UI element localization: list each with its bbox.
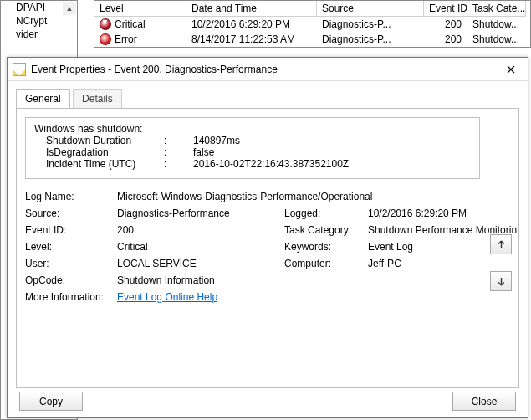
title-bar[interactable]: Event Properties - Event 200, Diagnostic… [8,58,528,81]
event-list: Level Date and Time Source Event ID Task… [94,0,531,48]
label-level: Level: [25,241,117,253]
value-level: Critical [117,241,284,253]
prev-event-button[interactable] [490,234,512,254]
value-eventid: 200 [117,224,284,236]
desc-key: Shutdown Duration [34,135,164,146]
col-source[interactable]: Source [317,1,424,17]
value-logname: Microsoft-Windows-Diagnostics-Performanc… [117,191,531,202]
desc-val: false [193,146,214,158]
app-icon [13,63,26,76]
cell-taskcat: Shutdow... [467,17,526,32]
table-row[interactable]: Critical 10/2/2016 6:29:20 PM Diagnostic… [94,17,530,32]
label-logged: Logged: [284,207,368,219]
critical-icon [100,18,111,30]
value-logged: 10/2/2016 6:29:20 PM [368,207,531,219]
copy-button[interactable]: Copy [19,392,83,411]
label-source: Source: [25,207,117,219]
col-datetime[interactable]: Date and Time [186,1,317,17]
desc-key: Incident Time (UTC) [34,158,164,170]
cell-datetime: 10/2/2016 6:29:20 PM [186,17,317,32]
label-opcode: OpCode: [25,274,117,286]
col-eventid[interactable]: Event ID [424,1,467,17]
col-level[interactable]: Level [94,1,186,17]
cell-level: Error [115,33,137,45]
table-row[interactable]: Error 8/14/2017 11:22:53 AM Diagnostics-… [94,32,530,47]
value-user: LOCAL SERVICE [117,258,284,269]
desc-val: 2016-10-02T22:16:43.387352100Z [193,158,349,170]
label-keywords: Keywords: [284,241,368,253]
col-taskcat[interactable]: Task Cate... [467,1,526,17]
tab-details[interactable]: Details [73,89,122,108]
close-icon[interactable] [498,61,524,78]
description-heading: Windows has shutdown: [34,123,471,135]
tree-item[interactable]: vider [1,28,77,41]
cell-source: Diagnostics-P... [317,32,424,47]
cell-eventid: 200 [424,17,467,32]
cell-taskcat: Shutdow... [467,32,526,47]
details-grid: Log Name: Microsoft-Windows-Diagnostics-… [25,191,480,303]
cell-level: Critical [115,18,146,30]
cell-eventid: 200 [424,32,467,47]
window-title: Event Properties - Event 200, Diagnostic… [31,64,498,75]
tab-general[interactable]: General [16,89,70,109]
link-online-help[interactable]: Event Log Online Help [117,291,217,303]
cell-source: Diagnostics-P... [317,17,424,32]
label-logname: Log Name: [25,191,117,202]
column-headers[interactable]: Level Date and Time Source Event ID Task… [94,1,530,17]
value-source: Diagnostics-Performance [117,207,284,219]
desc-key: IsDegradation [34,146,164,158]
tree-item[interactable]: NCrypt [1,14,77,28]
scroll-up-button[interactable]: ▲ [63,2,76,15]
event-properties-dialog: Event Properties - Event 200, Diagnostic… [7,57,528,418]
description-box: Windows has shutdown: Shutdown Duration:… [25,117,480,179]
desc-val: 140897ms [193,135,240,146]
cell-datetime: 8/14/2017 11:22:53 AM [186,32,317,47]
tab-page-general: Windows has shutdown: Shutdown Duration:… [16,108,519,388]
value-opcode: Shutdown Information [117,274,531,286]
next-event-button[interactable] [490,271,512,291]
error-icon [100,33,111,45]
close-button[interactable]: Close [452,392,516,411]
label-moreinfo: More Information: [25,291,117,303]
label-eventid: Event ID: [25,224,117,236]
tab-strip: General Details [8,81,528,108]
label-computer: Computer: [284,258,368,269]
label-user: User: [25,258,117,269]
label-taskcat: Task Category: [284,224,368,236]
